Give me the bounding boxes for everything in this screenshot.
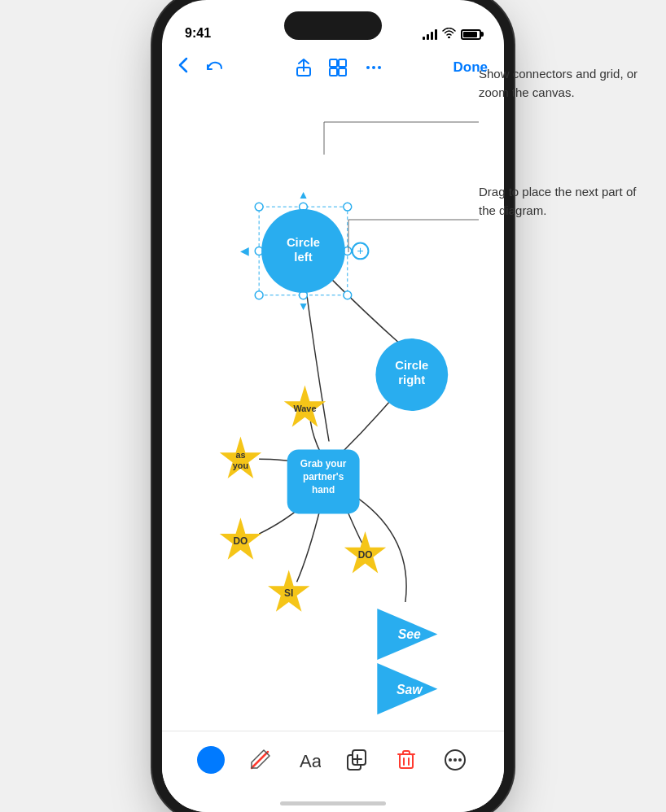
callout-top-text: Show connectors and grid, or zoom the ca…	[479, 65, 650, 102]
more-options-button[interactable]	[437, 742, 473, 778]
svg-text:you: you	[233, 461, 248, 470]
svg-text:DO: DO	[358, 549, 373, 561]
canvas-area[interactable]: ▲ ▼ ◀ + Circle left Circle right Wave	[162, 88, 504, 731]
svg-point-6	[372, 66, 375, 69]
text-tool-button[interactable]: Aa	[291, 742, 326, 778]
svg-text:as: as	[235, 450, 245, 460]
svg-rect-2	[339, 59, 346, 67]
pen-tool-button[interactable]	[242, 742, 278, 778]
svg-point-52	[449, 758, 452, 762]
undo-button[interactable]	[203, 56, 226, 79]
status-icons	[423, 28, 481, 41]
duplicate-icon	[346, 749, 369, 771]
svg-rect-48	[400, 754, 413, 768]
toolbar: Done	[162, 47, 504, 88]
svg-text:Saw: Saw	[397, 683, 423, 696]
svg-text:partner's: partner's	[303, 471, 344, 482]
svg-rect-4	[339, 68, 346, 76]
svg-point-53	[453, 758, 457, 762]
svg-text:Aa: Aa	[300, 751, 321, 771]
svg-point-54	[458, 758, 462, 762]
callout-mid-text: Drag to place the next part of the diagr…	[479, 183, 650, 220]
svg-text:Circle: Circle	[287, 236, 320, 249]
share-button[interactable]	[296, 58, 312, 77]
svg-text:left: left	[294, 251, 312, 264]
svg-text:Circle: Circle	[395, 359, 428, 372]
bottom-toolbar: Aa	[162, 731, 504, 812]
signal-icon	[423, 28, 437, 40]
delete-icon	[395, 749, 418, 771]
color-swatch	[197, 746, 225, 774]
duplicate-button[interactable]	[340, 742, 375, 778]
more-button[interactable]	[364, 58, 383, 77]
svg-text:Grab your: Grab your	[300, 458, 347, 469]
svg-text:▼: ▼	[298, 299, 309, 312]
dynamic-island	[284, 11, 382, 40]
battery-icon	[461, 29, 481, 40]
svg-rect-1	[330, 59, 337, 67]
wifi-icon	[442, 28, 456, 41]
svg-text:See: See	[398, 627, 421, 641]
svg-rect-45	[353, 750, 366, 765]
phone-frame: 9:41	[162, 0, 504, 812]
svg-point-7	[378, 66, 381, 69]
pen-slash-icon	[248, 748, 272, 772]
svg-text:SI: SI	[284, 587, 293, 599]
svg-point-16	[344, 291, 352, 299]
grid-button[interactable]	[328, 58, 348, 77]
diagram-svg: ▲ ▼ ◀ + Circle left Circle right Wave	[162, 88, 504, 731]
svg-point-14	[255, 291, 263, 299]
svg-text:right: right	[398, 373, 425, 386]
status-time: 9:41	[185, 26, 211, 41]
svg-text:▲: ▲	[298, 188, 309, 201]
svg-point-9	[255, 203, 263, 211]
color-picker-button[interactable]	[193, 742, 229, 778]
back-button[interactable]	[178, 57, 188, 78]
svg-point-11	[344, 203, 352, 211]
delete-button[interactable]	[388, 742, 424, 778]
callout-area: Show connectors and grid, or zoom the ca…	[479, 65, 650, 220]
svg-text:+: +	[357, 244, 364, 257]
svg-text:◀: ◀	[240, 244, 249, 257]
more-circle-icon	[444, 749, 467, 771]
svg-text:DO: DO	[234, 535, 248, 547]
done-button[interactable]: Done	[453, 59, 489, 76]
home-indicator	[280, 801, 386, 805]
svg-point-5	[366, 66, 370, 69]
text-icon: Aa	[296, 748, 321, 772]
svg-rect-3	[330, 68, 337, 76]
svg-text:hand: hand	[312, 484, 335, 495]
svg-text:Wave: Wave	[293, 404, 316, 413]
